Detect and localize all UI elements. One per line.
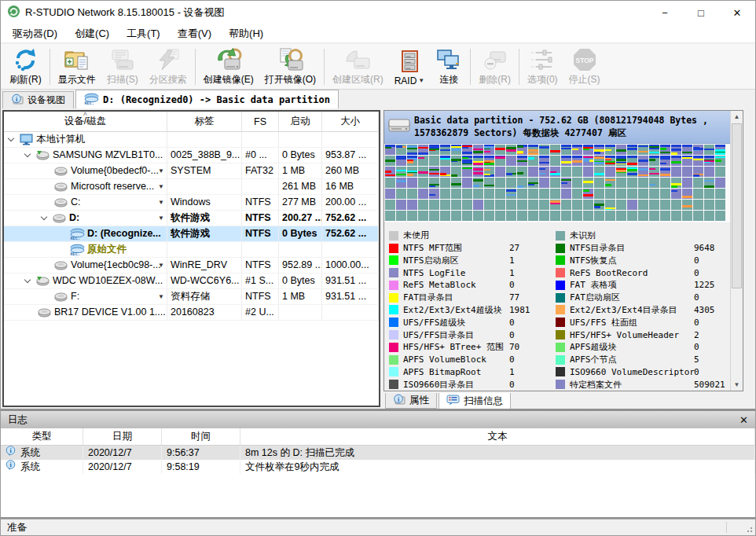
- log-title: 日志: [8, 413, 28, 427]
- block-cell: [396, 178, 406, 188]
- block-map[interactable]: [384, 144, 730, 222]
- maximize-button[interactable]: □: [683, 1, 719, 24]
- toolbar-button-open-image[interactable]: 打开镜像(O): [259, 46, 321, 88]
- scan-scrollbar[interactable]: ▲ ▼: [730, 111, 743, 391]
- toolbar-button-connect[interactable]: 连接: [430, 46, 468, 88]
- legend-label: APFS BitmapRoot: [403, 367, 509, 377]
- block-stripe: [407, 171, 417, 172]
- legend-label: ReFS BootRecord: [570, 268, 694, 278]
- scroll-up-icon[interactable]: ▲: [731, 111, 743, 123]
- block-cell: [583, 189, 593, 199]
- log-column-text[interactable]: 文本: [240, 428, 755, 445]
- tree-row-3[interactable]: Microsoft reserve...▼261 MB16 MB: [4, 179, 379, 195]
- toolbar-button-refresh[interactable]: 刷新(R): [4, 46, 47, 88]
- toolbar-button-show-files[interactable]: 显示文件: [53, 46, 101, 88]
- expander-chevron-icon[interactable]: [41, 214, 47, 220]
- title-bar: R-STUDIO Network 8.15.180015 - 设备视图 − □ …: [1, 1, 755, 24]
- toolbar-button-create-image[interactable]: 创建镜像(E): [198, 46, 259, 88]
- block-stripe: [605, 179, 615, 181]
- mount-dropdown-icon[interactable]: ▼: [158, 195, 164, 210]
- tree-row-2[interactable]: Volume{0bedecf0-...▼SYSTEMFAT321 MB260 M…: [4, 163, 379, 179]
- expander-chevron-icon[interactable]: [8, 135, 14, 141]
- block-cell: [704, 167, 714, 177]
- close-button[interactable]: ✕: [719, 1, 755, 24]
- view-tab-1[interactable]: REC.D: (Recognized0) -> Basic data parti…: [75, 90, 339, 108]
- tree-row-6[interactable]: REC.D: (Recognize...软件游戏NTFS0 Bytes752.6…: [4, 226, 379, 242]
- tree-row-10[interactable]: F:▼资料存储NTFS1 MB931.51 ...: [4, 289, 379, 305]
- block-cell: [539, 200, 549, 210]
- tree-row-5[interactable]: D:▼软件游戏NTFS200.27 ...752.62 ...: [4, 211, 379, 226]
- legend-swatch: [556, 305, 565, 314]
- block-cell: [682, 200, 692, 210]
- column-header-label[interactable]: 标签: [167, 112, 242, 131]
- toolbar-button-raid[interactable]: RAID▼: [389, 46, 431, 88]
- mount-dropdown-icon[interactable]: ▼: [158, 258, 164, 273]
- block-stripe: [682, 205, 692, 207]
- block-stripe: [528, 145, 538, 147]
- log-column-time[interactable]: 时间: [162, 428, 240, 445]
- block-cell: [517, 145, 527, 155]
- mount-dropdown-icon[interactable]: ▼: [158, 211, 164, 226]
- column-header-device[interactable]: ˄设备/磁盘: [4, 112, 167, 131]
- toolbar-separator: [50, 49, 50, 85]
- block-cell: [627, 189, 637, 199]
- block-cell: [715, 145, 725, 155]
- device-name: Volume{1ecb0c98-...: [71, 258, 161, 273]
- start-offset: 0 Bytes: [279, 274, 322, 288]
- log-row-1[interactable]: i系统2020/12/79:58:19文件枚举在9秒内完成: [1, 460, 755, 474]
- menu-item-4[interactable]: 帮助(H): [220, 24, 272, 43]
- scan-tab-0[interactable]: i属性: [385, 393, 437, 409]
- block-cell: [715, 167, 725, 177]
- resize-grip[interactable]: [745, 525, 753, 533]
- block-cell: [693, 189, 703, 199]
- block-stripe: [616, 168, 626, 170]
- block-cell: [616, 145, 626, 155]
- raid-dropdown-icon[interactable]: ▼: [418, 77, 424, 84]
- mount-dropdown-icon[interactable]: ▼: [158, 163, 164, 178]
- menu-item-3[interactable]: 查看(V): [169, 24, 220, 43]
- legend-swatch: [389, 305, 398, 314]
- view-tab-0[interactable]: i设备视图: [2, 91, 74, 108]
- block-cell: [418, 156, 428, 166]
- block-cell: [671, 200, 681, 210]
- scan-tab-1[interactable]: 扫描信息: [439, 393, 511, 409]
- block-cell: [682, 145, 692, 155]
- block-cell: [429, 145, 439, 155]
- create-region-icon: [343, 47, 372, 72]
- block-cell: [418, 211, 428, 221]
- menu-item-0[interactable]: 驱动器(D): [4, 24, 66, 43]
- minimize-button[interactable]: −: [647, 1, 683, 24]
- expander-chevron-icon[interactable]: [24, 151, 31, 157]
- mount-dropdown-icon[interactable]: ▼: [158, 179, 164, 194]
- block-stripe: [649, 159, 655, 161]
- tree-row-0[interactable]: 本地计算机: [4, 132, 379, 148]
- column-header-start[interactable]: 启动: [279, 112, 322, 131]
- tree-row-11[interactable]: BR17 DEVICE V1.00 1....20160823#2 U...: [4, 305, 379, 321]
- column-header-size[interactable]: 大小: [322, 112, 379, 131]
- log-column-type[interactable]: 类型: [1, 428, 83, 445]
- log-column-date[interactable]: 日期: [83, 428, 162, 445]
- properties-icon: i: [393, 394, 406, 407]
- column-header-fs[interactable]: FS: [242, 112, 279, 131]
- tree-row-4[interactable]: C:▼WindowsNTFS277 MB200.00 ...: [4, 195, 379, 211]
- expander-chevron-icon[interactable]: [24, 277, 31, 283]
- disk-icon: [36, 307, 52, 318]
- block-stripe: [616, 159, 626, 161]
- scroll-thumb[interactable]: [732, 123, 742, 288]
- tree-row-1[interactable]: SAMSUNG MZVLB1T0...0025_388B_9...#0 ...0…: [4, 148, 379, 163]
- block-stripe: [605, 207, 615, 209]
- tree-row-7[interactable]: REC.原始文件: [4, 242, 379, 258]
- device-name: D: (Recognize...: [87, 226, 161, 241]
- scroll-down-icon[interactable]: ▼: [731, 379, 743, 391]
- mount-dropdown-icon[interactable]: ▼: [158, 289, 164, 304]
- scan-info-panel: Basic data partition - 752.62 GB (808121…: [384, 110, 743, 391]
- tree-row-8[interactable]: Volume{1ecb0c98-...▼WinRE_DRVNTFS952.89 …: [4, 258, 379, 274]
- log-close-icon[interactable]: ✕: [739, 414, 748, 426]
- block-stripe: [616, 149, 626, 152]
- log-row-0[interactable]: i系统2020/12/79:56:378m 12s 的 D: 扫描已完成: [1, 446, 755, 460]
- block-stripe: [627, 169, 637, 171]
- menu-item-2[interactable]: 工具(T): [118, 24, 169, 43]
- block-stripe: [539, 173, 545, 174]
- menu-item-1[interactable]: 创建(C): [66, 24, 118, 43]
- tree-row-9[interactable]: WDC WD10EZEX-08W...WD-WCC6Y6...#1 S...0 …: [4, 274, 379, 289]
